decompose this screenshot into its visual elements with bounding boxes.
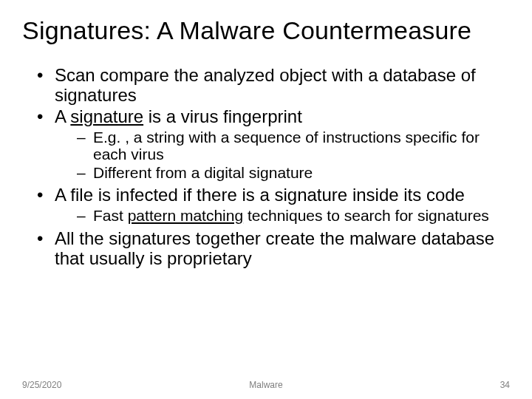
text: Fast xyxy=(93,207,128,224)
text: techniques to search for signatures xyxy=(243,207,489,224)
sub-bullet-list: Fast pattern matching techniques to sear… xyxy=(77,207,510,225)
sub-bullet-item: Different from a digital signature xyxy=(77,164,510,182)
sub-bullet-item: Fast pattern matching techniques to sear… xyxy=(77,207,510,225)
text: A xyxy=(55,106,70,126)
slide: Signatures: A Malware Countermeasure Sca… xyxy=(0,0,532,399)
slide-title: Signatures: A Malware Countermeasure xyxy=(22,16,510,45)
footer-topic: Malware xyxy=(249,380,282,390)
footer-page-number: 34 xyxy=(500,380,510,390)
bullet-item: All the signatures together create the m… xyxy=(37,229,510,269)
underlined-term: pattern matching xyxy=(128,207,243,224)
sub-bullet-item: E.g. , a string with a sequence of instr… xyxy=(77,129,510,163)
sub-bullet-list: E.g. , a string with a sequence of instr… xyxy=(77,129,510,182)
text: A file is infected if there is a signatu… xyxy=(55,185,465,205)
bullet-item: Scan compare the analyzed object with a … xyxy=(37,66,510,106)
text: is a virus fingerprint xyxy=(143,106,302,126)
underlined-term: signature xyxy=(70,106,143,126)
bullet-item: A signature is a virus fingerprint E.g. … xyxy=(37,107,510,181)
bullet-item: A file is infected if there is a signatu… xyxy=(37,185,510,224)
footer-date: 9/25/2020 xyxy=(22,380,61,390)
bullet-list: Scan compare the analyzed object with a … xyxy=(37,66,510,268)
slide-footer: 9/25/2020 Malware 34 xyxy=(22,380,510,390)
